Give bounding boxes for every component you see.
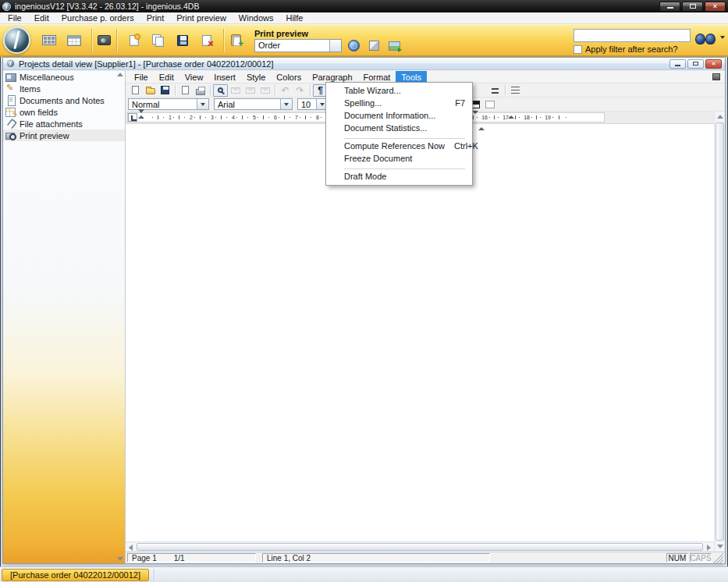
order-combobox[interactable]: Order (254, 39, 342, 52)
editor-menu-item[interactable]: Paragraph (307, 71, 357, 83)
document-restore-button[interactable] (687, 59, 704, 69)
line-spacing-button[interactable] (488, 84, 502, 97)
app-menu-item[interactable]: Purchase p. orders (55, 12, 140, 23)
sidebar-item[interactable]: Miscellaneous (3, 71, 125, 83)
mail-merge-button[interactable] (243, 84, 257, 97)
ruler-unit (552, 115, 573, 119)
horizontal-scroll-thumb[interactable] (137, 543, 703, 551)
style-combobox-dropdown[interactable] (197, 99, 208, 109)
search-input[interactable] (574, 29, 691, 42)
editor-menu-item[interactable]: File (129, 71, 154, 83)
menu-item[interactable]: Draft Mode (326, 170, 472, 183)
mail-settings-button[interactable] (257, 84, 272, 97)
save-document-button[interactable] (158, 84, 172, 97)
menu-item[interactable]: Freeze Document (326, 152, 472, 165)
close-icon: × (712, 60, 716, 67)
add-to-clipboard-button[interactable] (229, 34, 243, 47)
print-button[interactable] (193, 84, 208, 97)
menu-item[interactable]: Table Wizard... (326, 84, 472, 97)
open-document-button[interactable] (143, 84, 158, 97)
border-none-button[interactable] (482, 98, 497, 111)
editor-menu-item[interactable]: Format (358, 71, 396, 83)
delete-record-button[interactable] (199, 34, 214, 47)
redo-button[interactable]: ↷ (293, 84, 307, 97)
sidebar-item-label: own fields (20, 108, 58, 117)
search-options-chevron-icon[interactable] (720, 36, 725, 39)
font-size-combobox-value: 10 (298, 100, 316, 109)
open-record-taskbar-button[interactable]: [Purchase order 04022012/00012] (2, 569, 149, 581)
document-close-button[interactable]: × (705, 59, 722, 69)
sidebar-item[interactable]: Items (3, 83, 125, 94)
duplicate-record-button[interactable] (151, 34, 165, 47)
export-image-button[interactable] (387, 40, 402, 52)
menu-item[interactable]: Document Statistics... (326, 122, 472, 134)
app-menu-item[interactable]: Edit (28, 12, 55, 23)
new-document-button[interactable] (128, 84, 143, 97)
calendar-view-button[interactable] (66, 34, 82, 47)
editor-menu-item[interactable]: Colors (271, 71, 307, 83)
sidebar-item[interactable]: File attachments (3, 118, 125, 130)
editor-menu-item[interactable]: Style (241, 71, 271, 83)
new-document-icon (132, 86, 139, 94)
scroll-up-icon[interactable] (117, 73, 123, 76)
sidebar-item[interactable]: Documents and Notes (3, 94, 125, 106)
app-menu-item[interactable]: Hilfe (279, 12, 309, 23)
document-minimize-button[interactable] (669, 59, 686, 69)
font-combobox[interactable]: Arial (214, 98, 293, 110)
maximize-button[interactable] (682, 2, 703, 12)
apply-filter-checkbox[interactable] (574, 45, 582, 54)
sidebar-item[interactable]: own fields (3, 106, 125, 118)
editor-menu-item[interactable]: View (179, 71, 209, 83)
package-button[interactable] (367, 40, 382, 52)
list-view-button[interactable] (41, 34, 57, 47)
font-size-combobox[interactable]: 10 (297, 98, 328, 110)
resize-grip[interactable] (713, 553, 723, 563)
num-lock-indicator: NUM (666, 553, 688, 562)
record-media-button[interactable] (97, 34, 112, 47)
right-indent-marker[interactable] (472, 114, 485, 128)
app-menu-item[interactable]: Print preview (170, 12, 233, 23)
ruler-number: 2 (190, 115, 193, 120)
app-menu-item[interactable]: Windows (233, 12, 280, 23)
horizontal-scrollbar[interactable] (126, 541, 714, 552)
ruler-unit: 4 (215, 115, 236, 120)
close-button[interactable]: × (705, 2, 726, 12)
editor-menu-item[interactable]: Edit (154, 71, 179, 83)
new-record-button[interactable] (126, 34, 141, 47)
minimize-button[interactable] (659, 2, 680, 12)
style-combobox[interactable]: Normal (128, 98, 209, 110)
menu-item[interactable]: Compute References Now Ctrl+K (326, 140, 472, 152)
vertical-scrollbar[interactable] (714, 112, 725, 552)
mail-button[interactable] (228, 84, 243, 97)
tab-selector[interactable] (128, 113, 137, 122)
print-preview-toggle[interactable] (213, 84, 228, 97)
menu-item[interactable]: Document Information... (326, 109, 472, 122)
document-canvas[interactable] (126, 124, 714, 541)
order-combobox-dropdown[interactable] (329, 40, 341, 51)
font-combobox-dropdown[interactable] (280, 99, 292, 109)
ingenious-logo-button[interactable] (3, 27, 30, 54)
editor-menu-item[interactable]: Tools (396, 71, 427, 83)
save-record-button[interactable] (175, 34, 190, 47)
vertical-scroll-thumb[interactable] (716, 122, 724, 541)
scroll-down-icon[interactable] (117, 557, 123, 561)
undo-button[interactable]: ↶ (278, 84, 293, 97)
editor-menu-item[interactable]: Insert (208, 71, 241, 83)
search-button[interactable] (695, 32, 716, 45)
scroll-left-icon[interactable] (129, 545, 133, 551)
page-setup-button[interactable] (178, 84, 193, 97)
sidebar-scrollbar[interactable] (115, 71, 125, 563)
scroll-down-icon[interactable] (717, 545, 723, 548)
menu-item[interactable]: Spelling... F7 (326, 97, 472, 109)
image-export-icon (389, 41, 400, 51)
toolbar-separator (210, 85, 211, 95)
scroll-up-icon[interactable] (717, 115, 723, 119)
app-menu-item[interactable]: File (2, 12, 28, 23)
bullet-list-button[interactable] (508, 84, 523, 97)
menu-item-label: Document Statistics... (344, 123, 456, 133)
scroll-right-icon[interactable] (707, 545, 711, 551)
app-menu-item[interactable]: Print (140, 12, 171, 23)
web-preview-button[interactable] (346, 40, 361, 52)
document-maximize-icon[interactable] (712, 73, 720, 80)
sidebar-item[interactable]: Print preview (3, 130, 125, 141)
